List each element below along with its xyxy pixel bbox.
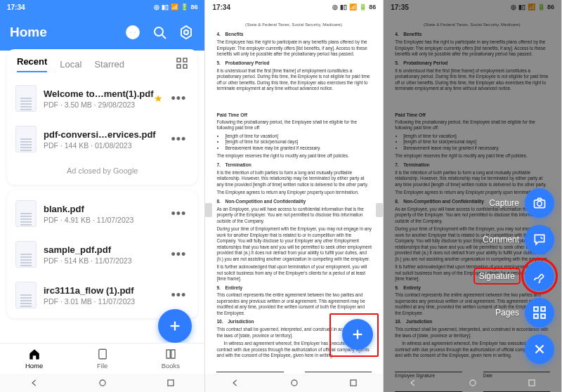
nav-file[interactable]: File: [68, 344, 136, 374]
svg-rect-8: [183, 58, 187, 62]
capture-icon: [525, 188, 554, 218]
back-icon[interactable]: [406, 378, 420, 388]
status-time: 17:34: [212, 4, 230, 11]
nav-books[interactable]: Books: [136, 344, 204, 374]
file-meta: PDF · 4.91 KB · 11/07/2023: [44, 216, 169, 224]
svg-rect-24: [534, 314, 538, 318]
fab-add-button[interactable]: [342, 319, 373, 350]
status-bar: 17:34 ◎▮▯📶🔋86: [0, 0, 204, 14]
svg-rect-19: [351, 380, 356, 386]
chevron-left-icon[interactable]: [205, 203, 212, 217]
grid-view-icon[interactable]: [176, 58, 188, 72]
close-icon: [525, 334, 554, 364]
file-info: Welcome to…ment(1).pdf PDF · 3.50 MB · 2…: [44, 89, 154, 109]
doc-paragraph: During your time of Employment with the …: [216, 226, 372, 262]
svg-point-6: [184, 30, 188, 34]
svg-point-2: [134, 32, 136, 34]
more-icon[interactable]: •••: [169, 207, 190, 221]
phone-document-menu: 17:35 ◎▮▯📶🔋86 (State & Federal Taxes, So…: [384, 0, 562, 392]
home-icon[interactable]: [96, 378, 110, 388]
menu-item-comment[interactable]: Comment: [483, 225, 554, 254]
home-header: Home: [0, 14, 204, 51]
more-icon[interactable]: •••: [169, 247, 190, 262]
file-meta: PDF · 3.50 MB · 29/08/2023: [44, 100, 154, 109]
doc-heading: 8. Non-Competition and Confidentiality: [216, 199, 372, 205]
doc-paragraph: Following the probationary period, the E…: [216, 119, 372, 131]
doc-paragraph: It is the intention of both parties to f…: [216, 170, 372, 188]
tab-recent[interactable]: Recent: [17, 56, 47, 72]
home-icon[interactable]: [466, 378, 480, 388]
more-icon[interactable]: •••: [169, 91, 190, 106]
svg-point-18: [292, 380, 297, 386]
doc-heading: 4. Benefits: [216, 32, 372, 38]
doc-note: (State & Federal Taxes, Social Security,…: [216, 20, 372, 29]
assistant-icon[interactable]: [124, 24, 141, 41]
search-icon[interactable]: [151, 24, 168, 41]
menu-close[interactable]: [525, 334, 554, 364]
file-item[interactable]: blank.pdfPDF · 4.91 KB · 11/07/2023 •••: [15, 193, 189, 234]
pdf-thumb-icon: [15, 282, 37, 308]
file-name: pdf-conversi…ervices.pdf: [44, 129, 169, 140]
pdf-thumb-icon: [15, 85, 37, 112]
file-meta: PDF · 144 KB · 01/08/2023: [44, 141, 169, 150]
more-icon[interactable]: •••: [169, 132, 190, 147]
fab-add-button[interactable]: [158, 309, 192, 343]
settings-icon[interactable]: [178, 24, 195, 41]
svg-rect-15: [168, 380, 174, 386]
svg-point-3: [155, 27, 163, 36]
nav-home[interactable]: Home: [0, 344, 68, 374]
doc-heading: 9. Entirety: [216, 285, 372, 292]
menu-item-pages[interactable]: Pages: [495, 298, 554, 327]
file-list-top: Welcome to…ment(1).pdf PDF · 3.50 MB · 2…: [7, 78, 197, 159]
doc-list-item: Bereavement leave may be granted if nece…: [225, 145, 372, 152]
back-icon[interactable]: [228, 378, 242, 388]
doc-page: (State & Federal Taxes, Social Security,…: [209, 15, 379, 98]
doc-paragraph: As an Employee, you will have access to …: [216, 207, 372, 225]
file-list-card: blank.pdfPDF · 4.91 KB · 11/07/2023 ••• …: [7, 190, 197, 318]
system-nav: [384, 374, 561, 392]
document-viewer[interactable]: (State & Federal Taxes, Social Security,…: [205, 14, 383, 392]
doc-paragraph: It is understood that the first [time fr…: [216, 68, 372, 92]
menu-label: Pages: [495, 308, 519, 318]
recents-icon[interactable]: [164, 378, 178, 388]
system-nav: [205, 374, 383, 392]
page-title: Home: [10, 25, 115, 40]
doc-paragraph: It is further acknowledged that upon ter…: [216, 264, 372, 282]
svg-marker-5: [181, 26, 191, 39]
comment-icon: [525, 225, 554, 254]
recents-icon[interactable]: [525, 378, 539, 388]
file-name: blank.pdf: [44, 204, 169, 214]
bottom-nav: Home File Books: [0, 343, 204, 374]
menu-label: Comment: [483, 235, 519, 244]
more-icon[interactable]: •••: [169, 288, 190, 303]
file-name: Welcome to…ment(1).pdf: [44, 89, 154, 99]
menu-label: Signature: [475, 269, 519, 283]
file-name: sample_pdf.pdf: [44, 244, 169, 255]
menu-item-signature[interactable]: Signature: [475, 261, 554, 291]
menu-item-capture[interactable]: Capture: [489, 188, 554, 218]
file-meta: PDF · 514 KB · 11/07/2023: [44, 256, 169, 265]
svg-rect-9: [177, 65, 181, 68]
file-item[interactable]: sample_pdf.pdfPDF · 514 KB · 11/07/2023 …: [15, 234, 189, 275]
doc-paragraph: The employer reserves the right to modif…: [216, 153, 372, 159]
svg-rect-25: [541, 314, 545, 318]
file-item[interactable]: pdf-conversi…ervices.pdf PDF · 144 KB · …: [15, 119, 189, 159]
svg-rect-10: [183, 65, 187, 68]
tab-local[interactable]: Local: [60, 59, 81, 70]
recents-icon[interactable]: [346, 378, 360, 388]
tab-starred[interactable]: Starred: [94, 59, 124, 70]
phone-home: 17:34 ◎▮▯📶🔋86 Home Recent Local Starred: [0, 0, 205, 392]
home-icon[interactable]: [287, 378, 301, 388]
star-icon[interactable]: ★: [154, 93, 163, 104]
status-icons: ◎▮▯📶🔋86: [332, 4, 376, 11]
file-item[interactable]: Welcome to…ment(1).pdf PDF · 3.50 MB · 2…: [15, 78, 189, 119]
file-list-bottom: blank.pdfPDF · 4.91 KB · 11/07/2023 ••• …: [7, 193, 197, 315]
pdf-thumb-icon: [15, 200, 37, 227]
back-icon[interactable]: [27, 378, 41, 388]
status-icons: ◎▮▯📶🔋86: [154, 4, 197, 11]
svg-line-4: [162, 35, 166, 39]
doc-heading: Paid Time Off: [216, 112, 372, 118]
file-item[interactable]: irc3111a_flow (1).pdfPDF · 3.01 MB · 11/…: [15, 275, 189, 315]
svg-point-28: [470, 380, 476, 386]
chevron-right-icon[interactable]: [376, 203, 383, 217]
